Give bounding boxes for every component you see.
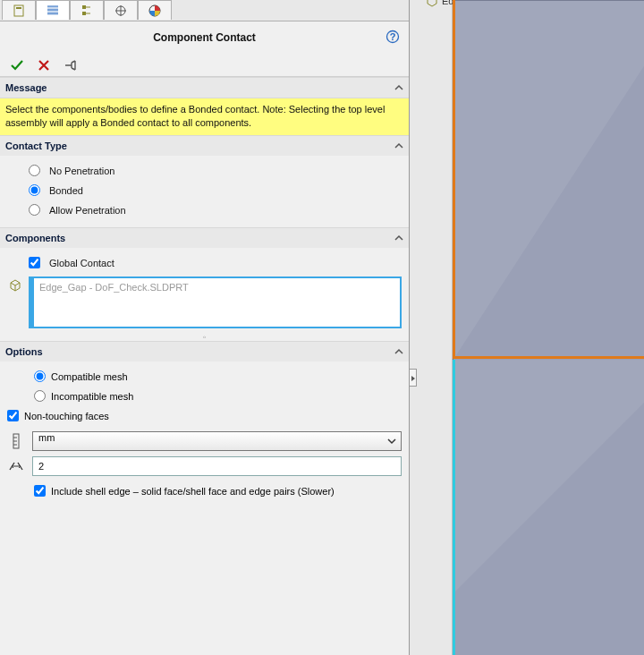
panel-title-row: Component Contact ? <box>0 21 409 54</box>
section-title: Components <box>5 233 65 243</box>
section-header-contact-type[interactable]: Contact Type <box>0 136 409 156</box>
unit-dropdown[interactable]: mm <box>32 431 402 451</box>
radio-label: Compatible mesh <box>51 371 128 382</box>
message-text: Select the components/bodies to define a… <box>0 98 409 135</box>
section-components: Components Global Contact Edge_Gap - DoF… <box>0 227 409 341</box>
section-contact-type: Contact Type No Penetration Bonded Allow… <box>0 135 409 227</box>
chevron-up-icon <box>394 233 403 243</box>
pin-button[interactable] <box>63 57 79 73</box>
panel-action-row <box>0 54 409 77</box>
radio-incompatible-mesh[interactable] <box>34 390 46 402</box>
svg-text:?: ? <box>390 31 396 42</box>
chevron-up-icon <box>394 82 403 93</box>
list-item[interactable]: Edge_Gap - DoF_Check.SLDPRT <box>39 282 189 293</box>
radio-label: Bonded <box>49 185 83 196</box>
radio-bonded[interactable] <box>29 184 40 196</box>
model-edge-selected[interactable] <box>453 0 455 358</box>
radio-label: Allow Penetration <box>49 205 126 216</box>
chevron-down-icon <box>386 436 397 448</box>
radio-label: Incompatible mesh <box>51 391 133 402</box>
tab-display-manager[interactable] <box>138 0 172 20</box>
svg-rect-1 <box>16 7 21 9</box>
tab-property-manager[interactable] <box>36 0 70 20</box>
radio-compatible-mesh[interactable] <box>34 370 46 382</box>
section-header-components[interactable]: Components <box>0 228 409 248</box>
model-edge-highlight <box>454 360 644 592</box>
section-title: Options <box>5 346 43 357</box>
section-message: Message Select the components/bodies to … <box>0 77 409 135</box>
section-title: Contact Type <box>5 140 67 151</box>
checkbox-non-touching-faces[interactable] <box>7 410 19 421</box>
checkbox-label: Non-touching faces <box>24 411 109 421</box>
checkbox-global-contact[interactable] <box>29 257 40 268</box>
svg-rect-0 <box>14 5 23 16</box>
panel-title: Component Contact <box>153 31 256 44</box>
svg-rect-7 <box>82 12 86 15</box>
graphics-viewport[interactable]: Edge_Gap - DoF_Check (In... <box>410 0 644 655</box>
chevron-up-icon <box>394 140 403 151</box>
model-edge-highlight[interactable] <box>453 360 455 655</box>
viewport-gutter <box>410 0 453 655</box>
panel-expand-handle[interactable] <box>410 369 417 387</box>
units-icon <box>7 433 25 449</box>
radio-no-penetration[interactable] <box>29 165 40 176</box>
section-options: Options Compatible mesh Incompatible mes… <box>0 341 409 510</box>
tab-dimxpert[interactable] <box>104 0 138 20</box>
model-edge-highlight <box>454 0 644 358</box>
panel-tab-strip <box>0 0 409 21</box>
model-edge-selected[interactable] <box>453 356 644 359</box>
component-icon <box>7 276 23 293</box>
help-icon[interactable]: ? <box>386 30 400 44</box>
chevron-up-icon <box>394 346 403 357</box>
checkbox-label: Include shell edge – solid face/shell fa… <box>51 486 335 497</box>
checkbox-include-shell-edge[interactable] <box>34 485 46 497</box>
radio-label: No Penetration <box>49 166 114 176</box>
ok-button[interactable] <box>9 57 25 73</box>
tab-configuration-manager[interactable] <box>70 0 104 20</box>
section-header-message[interactable]: Message <box>0 78 409 98</box>
unit-value: mm <box>38 432 55 443</box>
svg-rect-6 <box>82 5 86 9</box>
checkbox-label: Global Contact <box>49 258 114 268</box>
radio-allow-penetration[interactable] <box>29 204 40 216</box>
section-title: Message <box>5 82 47 93</box>
cancel-button[interactable] <box>36 57 52 73</box>
part-icon <box>426 0 438 7</box>
tab-feature-manager[interactable] <box>2 0 36 20</box>
distance-input[interactable] <box>32 456 402 476</box>
resize-grip[interactable]: ◦ <box>0 334 409 341</box>
section-header-options[interactable]: Options <box>0 342 409 362</box>
property-panel: Component Contact ? Message <box>0 0 410 655</box>
component-selection-list[interactable]: Edge_Gap - DoF_Check.SLDPRT <box>29 276 402 328</box>
distance-icon <box>7 460 25 472</box>
